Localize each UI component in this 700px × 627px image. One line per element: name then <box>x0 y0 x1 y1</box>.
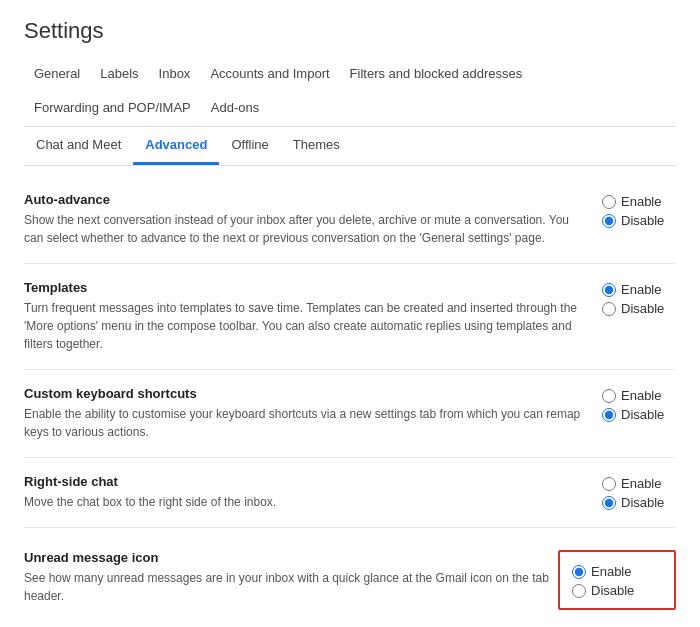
tab-forwarding[interactable]: Forwarding and POP/IMAP <box>24 92 201 126</box>
unread-icon-enable-radio[interactable] <box>572 565 586 579</box>
section-templates-desc: Turn frequent messages into templates to… <box>24 299 586 353</box>
section-auto-advance-desc: Show the next conversation instead of yo… <box>24 211 586 247</box>
section-auto-advance-options: Enable Disable <box>586 192 676 228</box>
templates-enable-label[interactable]: Enable <box>602 282 676 297</box>
page-title: Settings <box>24 18 676 44</box>
section-unread-icon-content: Unread message icon See how many unread … <box>24 550 558 605</box>
auto-advance-enable-label[interactable]: Enable <box>602 194 676 209</box>
right-side-chat-disable-label[interactable]: Disable <box>602 495 676 510</box>
section-right-side-chat-options: Enable Disable <box>586 474 676 510</box>
main-nav: General Labels Inbox Accounts and Import… <box>24 58 676 127</box>
section-right-side-chat-title: Right-side chat <box>24 474 586 489</box>
section-keyboard-shortcuts-desc: Enable the ability to customise your key… <box>24 405 586 441</box>
tab-accounts-import[interactable]: Accounts and Import <box>200 58 339 92</box>
settings-page: Settings General Labels Inbox Accounts a… <box>0 0 700 627</box>
section-unread-icon-desc: See how many unread messages are in your… <box>24 569 558 605</box>
section-keyboard-shortcuts-content: Custom keyboard shortcuts Enable the abi… <box>24 386 586 441</box>
section-templates-options: Enable Disable <box>586 280 676 316</box>
section-right-side-chat-content: Right-side chat Move the chat box to the… <box>24 474 586 511</box>
section-keyboard-shortcuts: Custom keyboard shortcuts Enable the abi… <box>24 370 676 458</box>
right-side-chat-disable-radio[interactable] <box>602 496 616 510</box>
auto-advance-disable-radio[interactable] <box>602 214 616 228</box>
section-auto-advance-title: Auto-advance <box>24 192 586 207</box>
section-unread-icon-options: Enable Disable <box>572 562 662 598</box>
unread-icon-disable-radio[interactable] <box>572 584 586 598</box>
templates-disable-radio[interactable] <box>602 302 616 316</box>
unread-icon-enable-label[interactable]: Enable <box>572 564 662 579</box>
section-right-side-chat: Right-side chat Move the chat box to the… <box>24 458 676 528</box>
section-auto-advance-content: Auto-advance Show the next conversation … <box>24 192 586 247</box>
section-templates-content: Templates Turn frequent messages into te… <box>24 280 586 353</box>
section-auto-advance: Auto-advance Show the next conversation … <box>24 176 676 264</box>
tab-inbox[interactable]: Inbox <box>149 58 201 92</box>
section-unread-icon-title: Unread message icon <box>24 550 558 565</box>
keyboard-disable-radio[interactable] <box>602 408 616 422</box>
templates-disable-label[interactable]: Disable <box>602 301 676 316</box>
unread-icon-disable-label[interactable]: Disable <box>572 583 662 598</box>
subtab-offline[interactable]: Offline <box>219 127 280 165</box>
sub-nav: Chat and Meet Advanced Offline Themes <box>24 127 676 166</box>
keyboard-disable-label[interactable]: Disable <box>602 407 676 422</box>
section-keyboard-shortcuts-title: Custom keyboard shortcuts <box>24 386 586 401</box>
right-side-chat-enable-label[interactable]: Enable <box>602 476 676 491</box>
auto-advance-disable-label[interactable]: Disable <box>602 213 676 228</box>
section-keyboard-shortcuts-options: Enable Disable <box>586 386 676 422</box>
tab-general[interactable]: General <box>24 58 90 92</box>
keyboard-enable-radio[interactable] <box>602 389 616 403</box>
section-right-side-chat-desc: Move the chat box to the right side of t… <box>24 493 586 511</box>
section-templates-title: Templates <box>24 280 586 295</box>
tab-filters[interactable]: Filters and blocked addresses <box>340 58 533 92</box>
auto-advance-enable-radio[interactable] <box>602 195 616 209</box>
templates-enable-radio[interactable] <box>602 283 616 297</box>
keyboard-enable-label[interactable]: Enable <box>602 388 676 403</box>
tab-addons[interactable]: Add-ons <box>201 92 269 126</box>
right-side-chat-enable-radio[interactable] <box>602 477 616 491</box>
tab-labels[interactable]: Labels <box>90 58 148 92</box>
subtab-themes[interactable]: Themes <box>281 127 352 165</box>
section-unread-icon: Unread message icon See how many unread … <box>24 528 676 626</box>
section-templates: Templates Turn frequent messages into te… <box>24 264 676 370</box>
subtab-advanced[interactable]: Advanced <box>133 127 219 165</box>
subtab-chat-meet[interactable]: Chat and Meet <box>24 127 133 165</box>
unread-icon-options-wrapper: Enable Disable <box>558 550 676 610</box>
